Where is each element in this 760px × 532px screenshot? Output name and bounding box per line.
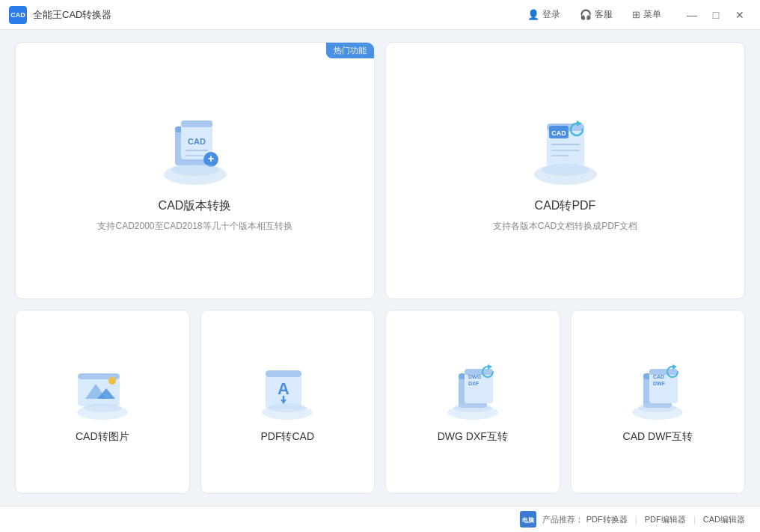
card-cad-image[interactable]: CAD转图片 <box>15 310 190 494</box>
footer: 电脑 产品推荐： PDF转换器 ｜ PDF编辑器 ｜ CAD编辑器 <box>0 506 760 532</box>
titlebar-actions: 👤 登录 🎧 客服 ⊞ 菜单 — □ ✕ <box>520 4 751 26</box>
cad-image-title: CAD转图片 <box>76 430 129 444</box>
login-label: 登录 <box>542 8 560 21</box>
cad-dwf-title: CAD DWF互转 <box>623 430 693 444</box>
cad-pdf-desc: 支持各版本CAD文档转换成PDF文档 <box>493 220 637 233</box>
minimize-button[interactable]: — <box>681 4 703 26</box>
svg-rect-30 <box>266 370 301 377</box>
footer-logo: 电脑 <box>520 511 536 528</box>
menu-button[interactable]: ⊞ 菜单 <box>625 5 669 24</box>
cad-version-icon-area: CAD + <box>154 113 236 188</box>
site-logo-icon: 电脑 <box>520 511 536 528</box>
headset-icon: 🎧 <box>580 9 592 20</box>
svg-text:+: + <box>207 153 213 165</box>
svg-rect-4 <box>181 120 212 127</box>
svg-text:DWG: DWG <box>468 374 482 379</box>
pdf-cad-icon: A <box>254 361 321 421</box>
cad-pdf-icon: CAD <box>524 113 607 188</box>
support-button[interactable]: 🎧 客服 <box>572 5 620 24</box>
pdf-cad-icon-area: A <box>254 361 321 421</box>
menu-label: 菜单 <box>643 8 661 21</box>
cad-image-icon <box>69 361 136 421</box>
login-button[interactable]: 👤 登录 <box>520 5 568 24</box>
svg-text:电脑: 电脑 <box>522 516 534 524</box>
app-title: 全能王CAD转换器 <box>33 8 520 22</box>
window-controls: — □ ✕ <box>681 4 751 26</box>
cad-dwf-icon-area: CAD DWF <box>624 361 691 421</box>
footer-link-1[interactable]: PDF编辑器 <box>645 514 686 525</box>
svg-text:DWF: DWF <box>653 381 666 386</box>
cad-version-title: CAD版本转换 <box>159 198 232 214</box>
footer-link-0[interactable]: PDF转换器 <box>586 514 628 525</box>
card-cad-dwf[interactable]: CAD DWF CAD DWF互转 <box>571 310 746 494</box>
cad-image-icon-area <box>69 361 136 421</box>
top-row: 热门功能 CAD + <box>15 42 745 299</box>
svg-point-10 <box>171 164 219 176</box>
dwg-dxf-icon-area: DWG DXF <box>439 361 506 421</box>
footer-links: 产品推荐： PDF转换器 ｜ PDF编辑器 ｜ CAD编辑器 <box>542 514 745 525</box>
svg-text:CAD: CAD <box>551 129 566 137</box>
dwg-dxf-title: DWG DXF互转 <box>438 430 508 444</box>
footer-label: 产品推荐： <box>542 514 583 525</box>
close-button[interactable]: ✕ <box>729 4 751 26</box>
svg-point-26 <box>108 377 116 385</box>
svg-point-52 <box>638 403 677 412</box>
svg-text:CAD: CAD <box>653 374 664 379</box>
card-pdf-cad[interactable]: A PDF转CAD <box>200 310 376 494</box>
svg-point-43 <box>453 403 492 412</box>
hot-badge: 热门功能 <box>326 43 374 58</box>
bottom-row: CAD转图片 A PDF转CAD <box>15 310 745 494</box>
card-dwg-dxf[interactable]: DWG DXF DWG DXF互转 <box>385 310 560 494</box>
support-label: 客服 <box>595 8 613 21</box>
dwg-dxf-icon: DWG DXF <box>439 361 506 421</box>
pdf-cad-title: PDF转CAD <box>260 430 314 444</box>
cad-pdf-icon-area: CAD <box>524 113 607 188</box>
cad-version-icon: CAD + <box>154 113 236 188</box>
footer-sep-1: ｜ <box>690 514 699 525</box>
svg-point-20 <box>542 164 589 176</box>
user-icon: 👤 <box>527 9 539 20</box>
cad-version-desc: 支持CAD2000至CAD2018等几十个版本相互转换 <box>97 220 292 233</box>
cad-dwf-icon: CAD DWF <box>624 361 691 421</box>
svg-text:CAD: CAD <box>188 137 206 146</box>
svg-text:DXF: DXF <box>468 381 479 386</box>
svg-point-34 <box>268 403 307 412</box>
maximize-button[interactable]: □ <box>705 4 727 26</box>
svg-point-27 <box>83 403 122 412</box>
main-content: 热门功能 CAD + <box>0 30 760 506</box>
grid-icon: ⊞ <box>632 9 640 20</box>
app-logo: CAD <box>9 6 27 24</box>
svg-marker-51 <box>672 364 677 370</box>
svg-text:A: A <box>278 379 289 398</box>
card-cad-version[interactable]: 热门功能 CAD + <box>15 42 375 299</box>
footer-link-2[interactable]: CAD编辑器 <box>703 514 745 525</box>
card-cad-pdf[interactable]: CAD CAD转PDF 支持各版本CAD文档转换成PDF文档 <box>385 42 745 299</box>
footer-sep-0: ｜ <box>632 514 640 525</box>
cad-pdf-title: CAD转PDF <box>535 198 596 214</box>
svg-marker-42 <box>488 364 492 370</box>
title-bar: CAD 全能王CAD转换器 👤 登录 🎧 客服 ⊞ 菜单 — □ ✕ <box>0 0 760 30</box>
